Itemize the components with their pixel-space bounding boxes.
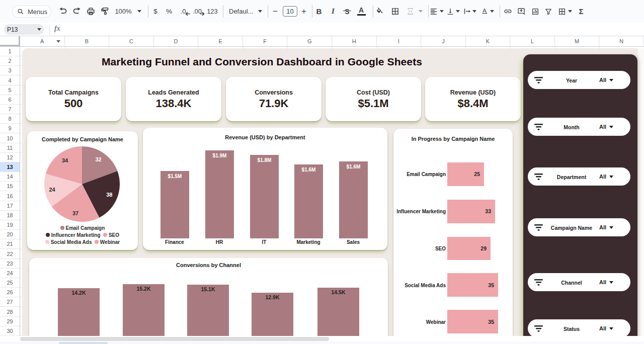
svg-text:37: 37 (72, 210, 78, 216)
svg-text:24: 24 (49, 187, 55, 193)
svg-text:38: 38 (106, 192, 112, 198)
svg-text:32: 32 (95, 156, 101, 162)
svg-text:34: 34 (62, 157, 68, 163)
